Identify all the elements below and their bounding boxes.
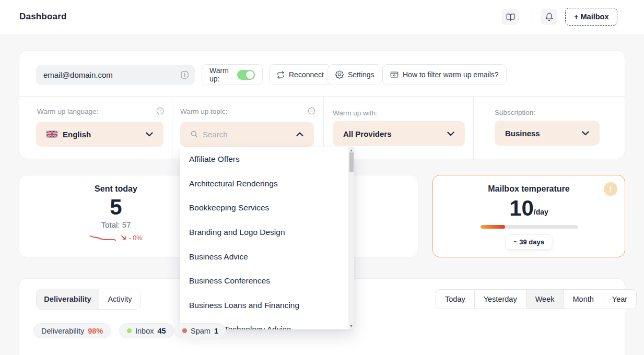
- app-root: Dashboard + Mailbox email@domain.com War…: [0, 0, 644, 355]
- topic-option[interactable]: Branding and Logo Design: [180, 220, 354, 245]
- temperature-unit: /day: [534, 208, 548, 220]
- language-select[interactable]: English: [36, 122, 163, 147]
- topic-option[interactable]: Business Advice: [180, 244, 354, 269]
- add-mailbox-button[interactable]: + Mailbox: [565, 8, 617, 26]
- warmup-toggle-card: Warm up:: [202, 64, 263, 85]
- filter-help-button[interactable]: How to filter warm up emails?: [382, 64, 507, 85]
- reconnect-label: Reconnect: [289, 70, 324, 79]
- uk-flag-icon: [46, 131, 57, 138]
- language-value: English: [63, 130, 91, 139]
- badge-label: Deliverability: [41, 327, 84, 335]
- chevron-down-icon: [447, 132, 454, 136]
- badge-value: 98%: [88, 327, 103, 335]
- time-filter-group: Today Yesterday Week Month Year: [436, 289, 637, 309]
- docs-button[interactable]: [502, 9, 519, 25]
- provider-select[interactable]: All Providers: [333, 121, 465, 146]
- tab-activity[interactable]: Activity: [99, 289, 140, 309]
- topic-option[interactable]: Bookkeeping Services: [180, 196, 354, 220]
- reconnect-icon: [277, 71, 285, 79]
- mailbox-temperature-card: ! Mailbox temperature 10 /day ~ 39 days: [432, 175, 625, 257]
- svg-text:?: ?: [310, 109, 313, 113]
- book-icon: [506, 13, 515, 21]
- settings-button[interactable]: Settings: [327, 64, 382, 85]
- bell-icon: [545, 13, 554, 21]
- search-icon: [191, 131, 198, 138]
- trend-sparkline: [90, 234, 119, 242]
- page-title: Dashboard: [19, 11, 67, 22]
- temperature-value-row: 10 /day: [433, 197, 625, 220]
- spam-badge: Spam 1: [174, 323, 226, 338]
- time-filter-today[interactable]: Today: [436, 290, 475, 309]
- scrollbar-thumb[interactable]: [349, 152, 354, 172]
- gear-icon: [335, 70, 344, 79]
- deliverability-badge: Deliverability 98%: [33, 323, 111, 338]
- warmup-label: Warm up:: [209, 66, 233, 83]
- tab-deliverability[interactable]: Deliverability: [37, 289, 99, 309]
- temperature-progress-track: [481, 225, 578, 229]
- trend-label: - 0%: [129, 234, 143, 242]
- subscription-label: Subscription:: [495, 109, 535, 116]
- report-tabs: Deliverability Activity: [36, 289, 141, 310]
- topic-search-input[interactable]: Search: [180, 122, 314, 147]
- chevron-up-icon: [296, 132, 303, 137]
- inbox-badge: Inbox 45: [119, 323, 174, 338]
- provider-value: All Providers: [343, 129, 392, 138]
- notifications-button[interactable]: [541, 9, 557, 25]
- email-value: email@domain.com: [43, 70, 181, 79]
- time-filter-month[interactable]: Month: [564, 290, 603, 309]
- provider-label: Warm up with:: [333, 109, 378, 117]
- video-folder-icon: [390, 70, 399, 79]
- mailbox-settings-card: email@domain.com Warm up: Reconnect Sett…: [19, 50, 625, 159]
- topic-search-placeholder: Search: [203, 130, 228, 139]
- topic-option[interactable]: Architectural Renderings: [180, 172, 354, 196]
- temperature-title: Mailbox temperature: [433, 184, 625, 194]
- badge-value: 1: [214, 327, 218, 335]
- filter-divider: [172, 97, 172, 160]
- chevron-down-icon: [146, 132, 153, 137]
- topic-label: Warm up topic:: [180, 108, 227, 115]
- filter-help-label: How to filter warm up emails?: [403, 70, 499, 79]
- trend-arrow-icon: [121, 235, 127, 241]
- chevron-down-icon: [582, 131, 589, 136]
- temperature-value: 10: [509, 197, 534, 220]
- topic-option[interactable]: Business Conferences: [180, 269, 354, 293]
- settings-label: Settings: [348, 70, 374, 79]
- topic-option[interactable]: Business Loans and Financing: [180, 293, 354, 318]
- dropdown-scrollbar[interactable]: ▲ ▼: [348, 147, 354, 329]
- top-header: Dashboard + Mailbox: [0, 0, 644, 34]
- svg-text:?: ?: [159, 109, 161, 113]
- help-icon[interactable]: ?: [156, 107, 164, 115]
- badge-label: Inbox: [135, 327, 154, 335]
- info-icon[interactable]: [181, 71, 189, 79]
- temperature-alert-icon[interactable]: !: [604, 182, 617, 196]
- filter-divider: [473, 97, 474, 160]
- time-filter-yesterday[interactable]: Yesterday: [475, 290, 526, 309]
- spam-dot-icon: [182, 328, 187, 333]
- badge-value: 45: [157, 327, 166, 335]
- warmup-toggle[interactable]: [237, 70, 255, 80]
- help-icon[interactable]: ?: [308, 107, 315, 115]
- toggle-knob: [246, 71, 254, 79]
- badge-label: Spam: [191, 327, 210, 335]
- inbox-dot-icon: [127, 328, 132, 333]
- email-input[interactable]: email@domain.com: [36, 65, 195, 85]
- subscription-value: Business: [505, 129, 540, 138]
- temperature-progress-fill: [481, 225, 505, 229]
- temperature-duration-badge: ~ 39 days: [505, 234, 553, 250]
- reconnect-button[interactable]: Reconnect: [269, 64, 332, 85]
- subscription-select[interactable]: Business: [495, 121, 600, 146]
- header-divider: [532, 9, 532, 24]
- time-filter-week[interactable]: Week: [526, 290, 564, 309]
- topic-option[interactable]: Affiliate Offers: [180, 147, 354, 172]
- time-filter-year[interactable]: Year: [603, 290, 636, 309]
- language-label: Warm up language:: [37, 108, 98, 115]
- topic-dropdown-panel: Affiliate Offers Architectural Rendering…: [180, 147, 354, 329]
